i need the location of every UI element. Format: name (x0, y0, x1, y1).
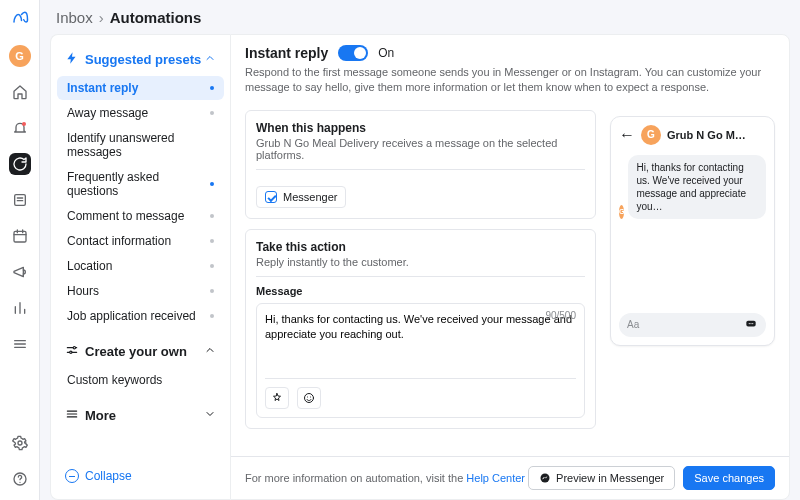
sidebar-item-label: Away message (67, 106, 148, 120)
menu-icon[interactable] (9, 333, 31, 355)
action-title: Take this action (256, 240, 585, 254)
ads-icon[interactable] (9, 261, 31, 283)
suggested-presets-section[interactable]: Suggested presets (57, 45, 224, 74)
status-dot (210, 314, 214, 318)
section-label: Suggested presets (85, 52, 201, 67)
sidebar-item-label: Comment to message (67, 209, 184, 223)
meta-logo[interactable] (11, 10, 29, 31)
sidebar-item-label: Contact information (67, 234, 171, 248)
svg-point-7 (305, 393, 314, 402)
message-label: Message (256, 285, 585, 297)
sidebar-item-contact-info[interactable]: Contact information (57, 229, 224, 253)
calendar-icon[interactable] (9, 225, 31, 247)
sidebar-item-label: Custom keywords (67, 373, 162, 387)
save-btn-label: Save changes (694, 472, 764, 484)
preview-input-placeholder: Aa (627, 319, 639, 330)
message-text[interactable]: Hi, thanks for contacting us. We've rece… (265, 312, 576, 368)
status-dot (210, 239, 214, 243)
sidebar-item-comment-to-message[interactable]: Comment to message (57, 204, 224, 228)
left-rail: G (0, 0, 40, 500)
sidebar-item-hours[interactable]: Hours (57, 279, 224, 303)
sidebar-item-job-application[interactable]: Job application received (57, 304, 224, 328)
preview-avatar: G (641, 125, 661, 145)
footer-text: For more information on automation, visi… (245, 472, 525, 484)
automations-sidebar: Suggested presets Instant reply Away mes… (50, 34, 230, 500)
help-center-link[interactable]: Help Center (466, 472, 525, 484)
svg-point-3 (18, 441, 22, 445)
list-icon (65, 407, 79, 424)
svg-rect-2 (14, 231, 26, 242)
preview-more-icon (744, 316, 758, 333)
preview-bubble-avatar: G (619, 205, 624, 219)
trigger-card: When this happens Grub N Go Meal Deliver… (245, 110, 596, 219)
svg-point-10 (750, 323, 751, 324)
sidebar-item-label: Job application received (67, 309, 196, 323)
editor-footer: For more information on automation, visi… (231, 456, 789, 499)
status-dot (210, 182, 214, 186)
bell-icon[interactable] (9, 117, 31, 139)
svg-point-6 (70, 351, 72, 353)
home-icon[interactable] (9, 81, 31, 103)
message-textarea[interactable]: 90/500 Hi, thanks for contacting us. We'… (256, 303, 585, 418)
sidebar-item-label: Instant reply (67, 81, 138, 95)
action-card: Take this action Reply instantly to the … (245, 229, 596, 429)
preview-input: Aa (619, 313, 766, 337)
toggle-state-label: On (378, 46, 394, 60)
collapse-icon (65, 469, 79, 483)
sidebar-item-identify-unanswered[interactable]: Identify unanswered messages (57, 126, 224, 164)
sidebar-item-faq[interactable]: Frequently asked questions (57, 165, 224, 203)
preview-back-icon[interactable]: ← (619, 127, 635, 143)
automation-editor: Instant reply On Respond to the first me… (230, 34, 790, 500)
section-label: Create your own (85, 344, 187, 359)
sidebar-item-instant-reply[interactable]: Instant reply (57, 76, 224, 100)
settings-icon[interactable] (9, 432, 31, 454)
breadcrumb-parent[interactable]: Inbox (56, 9, 93, 26)
sidebar-item-location[interactable]: Location (57, 254, 224, 278)
phone-preview: ← G Grub N Go M… G Hi, thanks for (610, 110, 775, 448)
checkbox-icon (265, 191, 277, 203)
collapse-label: Collapse (85, 469, 132, 483)
svg-point-0 (22, 122, 26, 126)
preview-in-messenger-button[interactable]: Preview in Messenger (528, 466, 675, 490)
posts-icon[interactable] (9, 189, 31, 211)
svg-point-9 (749, 323, 750, 324)
help-icon[interactable] (9, 468, 31, 490)
chevron-right-icon: › (99, 9, 104, 26)
more-section[interactable]: More (57, 401, 224, 430)
preset-list: Instant reply Away message Identify unan… (57, 76, 224, 329)
platform-label: Messenger (283, 191, 337, 203)
status-dot (210, 214, 214, 218)
avatar-initial: G (15, 50, 24, 62)
emoji-button[interactable] (297, 387, 321, 409)
svg-point-5 (73, 347, 75, 349)
status-dot (210, 264, 214, 268)
account-avatar[interactable]: G (9, 45, 31, 67)
create-your-own-section[interactable]: Create your own (57, 337, 224, 366)
breadcrumb-current: Automations (110, 9, 202, 26)
bolt-icon (65, 51, 79, 68)
sidebar-item-label: Frequently asked questions (67, 170, 210, 198)
topbar: Inbox › Automations (40, 0, 800, 34)
trigger-subtitle: Grub N Go Meal Delivery receives a messa… (256, 137, 585, 161)
personalize-button[interactable] (265, 387, 289, 409)
sidebar-item-label: Identify unanswered messages (67, 131, 214, 159)
inbox-icon[interactable] (9, 153, 31, 175)
char-count: 90/500 (545, 310, 576, 321)
status-dot (210, 86, 214, 90)
platform-messenger-chip[interactable]: Messenger (256, 186, 346, 208)
sidebar-item-away-message[interactable]: Away message (57, 101, 224, 125)
enabled-toggle[interactable] (338, 45, 368, 61)
sliders-icon (65, 343, 79, 360)
preview-btn-label: Preview in Messenger (556, 472, 664, 484)
save-changes-button[interactable]: Save changes (683, 466, 775, 490)
svg-point-11 (752, 323, 753, 324)
automation-title: Instant reply (245, 45, 328, 61)
insights-icon[interactable] (9, 297, 31, 319)
automation-description: Respond to the first message someone sen… (245, 65, 775, 96)
collapse-sidebar-button[interactable]: Collapse (57, 463, 224, 489)
action-subtitle: Reply instantly to the customer. (256, 256, 585, 268)
preview-business-name: Grub N Go M… (667, 129, 766, 141)
trigger-title: When this happens (256, 121, 585, 135)
preview-message-bubble: Hi, thanks for contacting us. We've rece… (628, 155, 766, 219)
sidebar-item-custom-keywords[interactable]: Custom keywords (57, 368, 224, 392)
